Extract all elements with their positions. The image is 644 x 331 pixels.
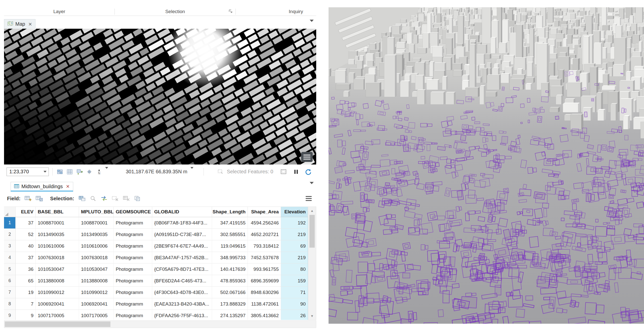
view-grid-icon-d[interactable] bbox=[86, 168, 93, 175]
cell-shape_length[interactable]: 478.859363 bbox=[212, 275, 248, 286]
cell-globalid[interactable]: {BFE6D2A4-C465-473... bbox=[152, 275, 212, 286]
row-handle[interactable]: 5 bbox=[4, 263, 16, 275]
close-map-tab-icon[interactable]: × bbox=[28, 21, 32, 27]
cell-base_bbl[interactable]: 1007170005 bbox=[36, 310, 79, 320]
chevron-down-icon[interactable] bbox=[105, 169, 108, 175]
chevron-down-icon[interactable] bbox=[190, 169, 193, 175]
add-field-button[interactable] bbox=[24, 195, 32, 202]
cell-shape_length[interactable]: 302.585551 bbox=[212, 229, 248, 240]
cell-elevation[interactable]: 71 bbox=[281, 287, 308, 298]
tab-map[interactable]: Map × bbox=[4, 19, 35, 29]
cell-geomsource[interactable]: Photogramm bbox=[114, 310, 152, 320]
cell-base_bbl[interactable]: 1013880008 bbox=[36, 275, 79, 286]
cell-shape_area[interactable]: 4594.256246 bbox=[248, 217, 281, 228]
table-menu-button[interactable] bbox=[306, 196, 312, 201]
cell-globalid[interactable]: {2BE9F674-67E7-4A49... bbox=[152, 240, 212, 252]
cell-mpluto_bbl[interactable]: 1010990012 bbox=[79, 287, 114, 298]
table-row[interactable]: 71910109900121010990012Photogramm{4F30C6… bbox=[4, 287, 308, 298]
cell-globalid[interactable]: {EAEA3213-B420-43BA... bbox=[152, 298, 212, 310]
cell-elev[interactable]: 9 bbox=[16, 310, 36, 320]
cell-geomsource[interactable]: Photogramm bbox=[114, 275, 152, 286]
cell-elevation[interactable]: 159 bbox=[281, 275, 308, 286]
cell-geomsource[interactable]: Photogramm bbox=[114, 252, 152, 263]
cell-geomsource[interactable]: Photogramm bbox=[114, 263, 152, 275]
pause-drawing-button[interactable] bbox=[292, 168, 300, 175]
cell-elevation[interactable]: 69 bbox=[281, 240, 308, 252]
map-scale-combobox[interactable]: 1:23,370 bbox=[7, 168, 49, 176]
table-row[interactable]: 53610105300471010530047Photogramm{CF05A6… bbox=[4, 263, 308, 275]
row-handle[interactable]: 1 bbox=[4, 217, 16, 228]
cell-shape_area[interactable]: 3805.413662 bbox=[248, 310, 281, 320]
cell-elev[interactable]: 19 bbox=[16, 287, 36, 298]
column-header-elevation[interactable]: Elevation bbox=[281, 207, 308, 217]
cell-elevation[interactable]: 26 bbox=[281, 310, 308, 320]
column-header-shape_area[interactable]: Shape_Area bbox=[248, 207, 281, 217]
select-by-attributes-button[interactable] bbox=[78, 195, 86, 202]
row-handle[interactable]: 3 bbox=[4, 240, 16, 252]
cell-elevation[interactable]: 219 bbox=[281, 229, 308, 240]
scroll-down-icon[interactable]: ▼ bbox=[308, 312, 316, 320]
cell-globalid[interactable]: {4F30C643-4D78-43E0... bbox=[152, 287, 212, 298]
cell-shape_area[interactable]: 6896.359699 bbox=[248, 275, 281, 286]
cell-elevation[interactable]: 219 bbox=[281, 252, 308, 263]
scrollbar-track[interactable] bbox=[308, 214, 316, 312]
view-grid-icon-a[interactable] bbox=[56, 168, 64, 175]
cell-elev[interactable]: 7 bbox=[16, 298, 36, 310]
column-header-globalid[interactable]: GLOBALID bbox=[152, 207, 212, 217]
cell-globalid[interactable]: {A091951D-C73E-4B7... bbox=[152, 229, 212, 240]
zoom-to-selection-button[interactable] bbox=[89, 195, 97, 202]
scrollbar-thumb[interactable] bbox=[5, 321, 110, 327]
switch-selection-button[interactable] bbox=[100, 195, 108, 202]
table-row[interactable]: 34010106100061010610006Photogramm{2BE9F6… bbox=[4, 240, 308, 252]
cell-base_bbl[interactable]: 1007630018 bbox=[36, 252, 79, 263]
cell-shape_area[interactable]: 793.318412 bbox=[248, 240, 281, 252]
column-header-base_bbl[interactable]: BASE_BBL bbox=[36, 207, 79, 217]
cell-mpluto_bbl[interactable]: 1013880008 bbox=[79, 275, 114, 286]
clear-selection-button[interactable] bbox=[111, 195, 119, 202]
calculate-field-button[interactable] bbox=[35, 195, 43, 202]
cell-elevation[interactable]: 80 bbox=[281, 263, 308, 275]
tab-midtown-buildings[interactable]: Midtown_buildings × bbox=[11, 182, 73, 191]
cell-base_bbl[interactable]: 1010610006 bbox=[36, 240, 79, 252]
cell-shape_length[interactable]: 348.995733 bbox=[212, 252, 248, 263]
row-handle[interactable]: 9 bbox=[4, 310, 16, 320]
row-handle[interactable]: 4 bbox=[4, 252, 16, 263]
cell-shape_length[interactable]: 119.049615 bbox=[212, 240, 248, 252]
cell-shape_area[interactable]: 993.961755 bbox=[248, 263, 281, 275]
selection-dialog-launcher-icon[interactable] bbox=[228, 9, 233, 15]
cell-elevation[interactable]: 192 bbox=[281, 217, 308, 228]
selection-box-icon[interactable] bbox=[280, 168, 287, 175]
cell-shape_area[interactable]: 4652.202721 bbox=[248, 229, 281, 240]
cell-geomsource[interactable]: Photogramm bbox=[114, 240, 152, 252]
table-row[interactable]: 66510138800081013880008Photogramm{BFE6D2… bbox=[4, 275, 308, 287]
column-header-mpluto_bbl[interactable]: MPLUTO_BBL bbox=[79, 207, 114, 217]
cell-shape_area[interactable]: 7452.537678 bbox=[248, 252, 281, 263]
cell-elev[interactable]: 37 bbox=[16, 217, 36, 228]
cell-elev[interactable]: 65 bbox=[16, 275, 36, 286]
row-handle[interactable]: 8 bbox=[4, 298, 16, 310]
cell-mpluto_bbl[interactable]: 1007170005 bbox=[79, 310, 114, 320]
cell-shape_length[interactable]: 274.135297 bbox=[212, 310, 248, 320]
cell-base_bbl[interactable]: 1006920041 bbox=[36, 298, 79, 310]
cell-elev[interactable]: 36 bbox=[16, 263, 36, 275]
cell-geomsource[interactable]: Photogramm bbox=[114, 298, 152, 310]
scene-view-canvas[interactable] bbox=[329, 7, 644, 324]
column-header-elev[interactable]: ELEV bbox=[16, 207, 36, 217]
cell-geomsource[interactable]: Photogramm bbox=[114, 287, 152, 298]
table-horizontal-scrollbar[interactable] bbox=[4, 320, 316, 328]
chevron-down-icon[interactable] bbox=[310, 184, 314, 189]
north-arrow-icon[interactable]: N bbox=[95, 168, 103, 175]
cell-shape_length[interactable]: 347.419155 bbox=[212, 217, 248, 228]
copy-rows-button[interactable] bbox=[134, 195, 141, 202]
column-header-shape_length[interactable]: Shape_Length bbox=[212, 207, 248, 217]
table-row[interactable]: 25210134900351013490035Photogramm{A09195… bbox=[4, 229, 308, 240]
cell-elev[interactable]: 52 bbox=[16, 229, 36, 240]
view-grid-icon-c[interactable] bbox=[76, 168, 83, 175]
chevron-down-icon[interactable] bbox=[42, 171, 49, 173]
coordinate-readout[interactable]: 301,187.67E 66,839.35N m bbox=[126, 169, 193, 175]
view-grid-icon-b[interactable] bbox=[66, 168, 73, 175]
cell-globalid[interactable]: {BE3A47AF-1757-452B... bbox=[152, 252, 212, 263]
cell-mpluto_bbl[interactable]: 1013490035 bbox=[79, 229, 114, 240]
cell-mpluto_bbl[interactable]: 1010610006 bbox=[79, 240, 114, 252]
chevron-down-icon[interactable] bbox=[310, 22, 314, 26]
